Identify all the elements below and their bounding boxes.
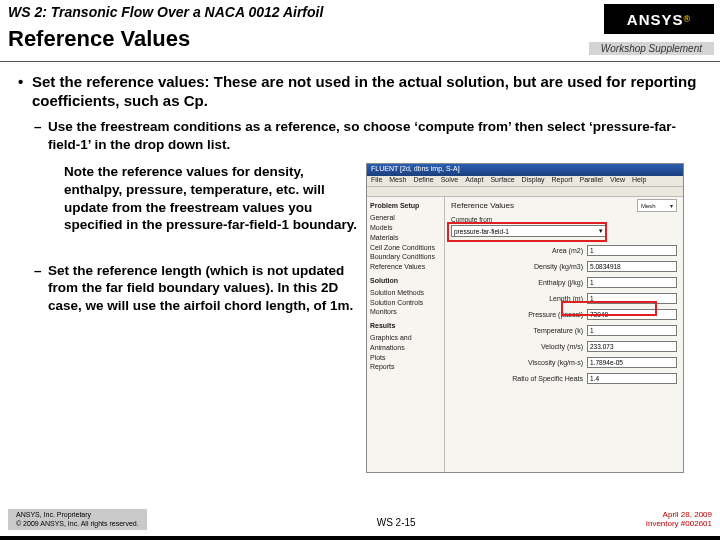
tree-monitors[interactable]: Monitors (370, 307, 441, 317)
lbl-enthalpy: Enthalpy (j/kg) (451, 279, 583, 286)
tree-solcontrols[interactable]: Solution Controls (370, 298, 441, 308)
lbl-viscosity: Viscosity (kg/m-s) (451, 359, 583, 366)
chevron-down-icon: ▾ (599, 227, 603, 235)
lbl-area: Area (m2) (451, 247, 583, 254)
menu-parallel[interactable]: Parallel (580, 176, 603, 186)
lbl-temp: Temperature (k) (451, 327, 583, 334)
menu-surface[interactable]: Surface (490, 176, 514, 186)
in-length[interactable]: 1 (587, 293, 677, 304)
tree-graphics[interactable]: Graphics and Animations (370, 333, 441, 353)
sub-bullet-length: Set the reference length (which is not u… (18, 262, 358, 315)
in-velocity[interactable]: 233.073 (587, 341, 677, 352)
mesh-dropdown[interactable]: Mesh (637, 199, 677, 212)
fluent-screenshot: FLUENT [2d, dbns imp, S-A] File Mesh Def… (366, 163, 684, 473)
in-pressure[interactable]: 73048 (587, 309, 677, 320)
lbl-velocity: Velocity (m/s) (451, 343, 583, 350)
ansys-logo: ANSYS® (604, 4, 714, 34)
menu-define[interactable]: Define (413, 176, 433, 186)
compute-from-value: pressure-far-field-1 (454, 228, 509, 235)
reference-values-panel: Mesh Reference Values Compute from press… (445, 197, 683, 472)
menu-report[interactable]: Report (552, 176, 573, 186)
tree-plots[interactable]: Plots (370, 353, 441, 363)
menu-solve[interactable]: Solve (441, 176, 459, 186)
menu-display[interactable]: Display (522, 176, 545, 186)
footer-page: WS 2-15 (377, 517, 416, 530)
in-area[interactable]: 1 (587, 245, 677, 256)
tree-header-solution: Solution (370, 276, 441, 286)
lbl-gamma: Ratio of Specific Heats (451, 375, 583, 382)
sub-bullet-compute: Use the freestream conditions as a refer… (18, 118, 706, 153)
footer-proprietary: ANSYS, Inc. Proprietary © 2009 ANSYS, In… (8, 509, 147, 530)
compute-from-label: Compute from (451, 216, 677, 223)
in-gamma[interactable]: 1.4 (587, 373, 677, 384)
nav-tree: Problem Setup General Models Materials C… (367, 197, 445, 472)
tree-cellzone[interactable]: Cell Zone Conditions (370, 243, 441, 253)
tree-materials[interactable]: Materials (370, 233, 441, 243)
tree-header-setup: Problem Setup (370, 201, 441, 211)
tree-header-results: Results (370, 321, 441, 331)
menu-help[interactable]: Help (632, 176, 646, 186)
slide-content: Set the reference values: These are not … (0, 62, 720, 473)
fluent-toolbar (367, 187, 683, 197)
lbl-density: Density (kg/m3) (451, 263, 583, 270)
fluent-menubar: File Mesh Define Solve Adapt Surface Dis… (367, 176, 683, 187)
in-density[interactable]: 5.0834918 (587, 261, 677, 272)
in-enthalpy[interactable]: 1 (587, 277, 677, 288)
menu-adapt[interactable]: Adapt (465, 176, 483, 186)
tree-general[interactable]: General (370, 213, 441, 223)
footer-date: April 28, 2009 Inventory #002601 (646, 510, 712, 530)
in-temp[interactable]: 1 (587, 325, 677, 336)
menu-view[interactable]: View (610, 176, 625, 186)
slide-header: WS 2: Transonic Flow Over a NACA 0012 Ai… (0, 0, 720, 62)
lbl-length: Length (m) (451, 295, 583, 302)
main-bullet: Set the reference values: These are not … (18, 72, 706, 110)
tree-models[interactable]: Models (370, 223, 441, 233)
lbl-pressure: Pressure (pascal) (451, 311, 583, 318)
tree-boundary[interactable]: Boundary Conditions (370, 252, 441, 262)
supplement-label: Workshop Supplement (589, 42, 714, 55)
logo-text: ANSYS (627, 11, 684, 28)
tree-reports[interactable]: Reports (370, 362, 441, 372)
in-viscosity[interactable]: 1.7894e-05 (587, 357, 677, 368)
tree-refvalues[interactable]: Reference Values (370, 262, 441, 272)
menu-file[interactable]: File (371, 176, 382, 186)
menu-mesh[interactable]: Mesh (389, 176, 406, 186)
compute-from-select[interactable]: pressure-far-field-1 ▾ (451, 225, 606, 237)
slide-footer: ANSYS, Inc. Proprietary © 2009 ANSYS, In… (0, 504, 720, 530)
tree-solmethods[interactable]: Solution Methods (370, 288, 441, 298)
note-block: Note the reference values for density, e… (18, 163, 358, 233)
fluent-titlebar: FLUENT [2d, dbns imp, S-A] (367, 164, 683, 176)
